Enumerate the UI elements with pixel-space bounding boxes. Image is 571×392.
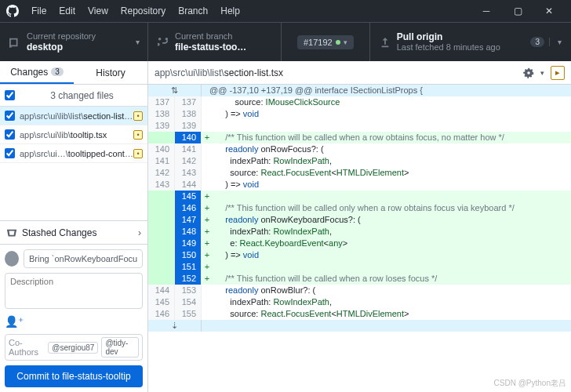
gear-icon[interactable] [523,67,534,78]
chevron-down-icon[interactable]: ▾ [540,69,544,77]
repo-selector[interactable]: Current repositorydesktop ▾ [0,23,148,61]
file-row[interactable]: app\src\ui…\tooltipped-content.tsx• [0,144,147,163]
select-all-checkbox[interactable] [5,90,15,100]
file-checkbox[interactable] [5,148,15,158]
diff-line[interactable]: 150+ ) => void [148,249,571,261]
fetch-count: 3 [530,37,544,47]
toolbar: Current repositorydesktop ▾ Current bran… [0,22,571,61]
branch-name: file-status-too… [175,42,246,53]
branch-selector[interactable]: Current branchfile-status-too… [148,23,282,61]
mention[interactable]: @sergiou87 [48,342,98,354]
modified-icon: • [133,111,143,121]
diff-line[interactable]: 147+ readonly onRowKeyboardFocus?: ( [148,214,571,226]
modified-icon: • [133,130,143,140]
fetch-label: Pull origin [397,31,500,42]
stash-icon [6,227,17,238]
menu-view[interactable]: View [82,5,115,16]
menu-branch[interactable]: Branch [172,5,214,16]
commit-button[interactable]: Commit to file-status-tooltip [5,365,143,387]
changed-files-header: 3 changed files [0,85,147,107]
diff-line[interactable]: 152+ /** This function will be called wh… [148,273,571,285]
chevron-down-icon: ▾ [344,38,347,46]
tabs: Changes3 History [0,61,147,85]
status-dot-icon [336,40,340,45]
diff-pane: app\src\ui\lib\list\section-list.tsx ▾ ▸… [148,61,571,392]
git-branch-icon [158,37,169,48]
diff-line[interactable]: 140141 readonly onRowFocus?: ( [148,143,571,155]
chevron-right-icon: › [138,227,141,238]
window-close-icon[interactable]: ✕ [533,0,565,22]
tab-history[interactable]: History [74,61,147,84]
diff-line[interactable]: 149+ e: React.KeyboardEvent<any> [148,238,571,249]
menu-help[interactable]: Help [214,5,246,16]
diff-line[interactable]: 143144 ) => void [148,179,571,191]
file-list: app\src\ui\lib\list\section-list.tsx•app… [0,107,147,163]
diff-line[interactable]: 148+ indexPath: RowIndexPath, [148,226,571,238]
repo-icon [9,37,20,48]
menu-file[interactable]: File [25,5,53,16]
diff-line[interactable]: 146+ /** This function will be called on… [148,202,571,214]
file-row[interactable]: app\src\ui\lib\list\section-list.tsx• [0,107,147,125]
file-row[interactable]: app\src\ui\lib\tooltip.tsx• [0,125,147,144]
commit-description-input[interactable] [5,273,143,309]
expand-hunk-icon[interactable]: ⇅ [148,85,202,96]
diff-line[interactable]: 140+ /** This function will be called wh… [148,132,571,143]
chevron-down-icon: ▾ [136,38,140,46]
sidebar: Changes3 History 3 changed files app\src… [0,61,148,392]
diff-line[interactable]: 138138 ) => void [148,108,571,120]
file-checkbox[interactable] [5,129,15,140]
repo-label: Current repository [27,31,96,42]
diff-header: app\src\ui\lib\list\section-list.tsx ▾ ▸ [148,61,571,85]
diff-line[interactable]: 141142 indexPath: RowIndexPath, [148,155,571,167]
file-checkbox[interactable] [5,111,15,121]
github-logo-icon [6,5,19,17]
tab-changes[interactable]: Changes3 [0,61,74,84]
menu-repository[interactable]: Repository [115,5,172,16]
titlebar: File Edit View Repository Branch Help ─ … [0,0,571,22]
diff-line[interactable]: 145+ [148,191,571,202]
diff-line[interactable]: 137137 source: IMouseClickSource [148,96,571,108]
fetch-section[interactable]: Pull originLast fetched 8 minutes ago 3 … [370,23,571,61]
watermark: CSDN @Python老吕 [494,378,566,389]
pr-badge-section[interactable]: #17192▾ [282,23,370,61]
changes-count: 3 [51,67,64,76]
coauthors-row[interactable]: Co-Authors @sergiou87 @tidy-dev [5,334,143,361]
diff-line[interactable]: 145154 indexPath: RowIndexPath, [148,296,571,308]
diff-line[interactable]: 151+ [148,261,571,273]
diff-line[interactable]: 146155 source: React.FocusEvent<HTMLDivE… [148,308,571,320]
chevron-down-icon[interactable]: ▾ [549,38,562,46]
pr-number: #17192 [304,38,333,47]
diff-line[interactable]: 144153 readonly onRowBlur?: ( [148,285,571,296]
expand-hunk-icon[interactable]: ⇣ [148,320,202,332]
window-minimize-icon[interactable]: ─ [471,0,502,22]
diff-mode-button[interactable]: ▸ [551,66,565,80]
stashed-changes[interactable]: Stashed Changes › [0,220,147,244]
repo-name: desktop [27,42,96,53]
changed-files-count: 3 changed files [21,90,143,101]
avatar [5,251,19,267]
commit-box: 👤⁺ Co-Authors @sergiou87 @tidy-dev Commi… [0,244,147,392]
diff-filename: section-list.tsx [224,67,283,78]
commit-summary-input[interactable] [24,249,143,268]
diff-line[interactable]: 139139 [148,120,571,132]
mention[interactable]: @tidy-dev [101,337,139,358]
diff-body[interactable]: ⇅ @@ -137,10 +137,19 @@ interface ISecti… [148,85,571,392]
fetch-sub: Last fetched 8 minutes ago [397,42,500,53]
window-maximize-icon[interactable]: ▢ [502,0,533,22]
branch-label: Current branch [175,31,246,42]
menu-edit[interactable]: Edit [53,5,82,16]
diff-line[interactable]: 142143 source: React.FocusEvent<HTMLDivE… [148,167,571,179]
pull-icon [380,37,391,48]
pr-badge[interactable]: #17192▾ [297,35,354,49]
add-coauthor-icon[interactable]: 👤⁺ [5,314,143,329]
modified-icon: • [133,149,143,158]
